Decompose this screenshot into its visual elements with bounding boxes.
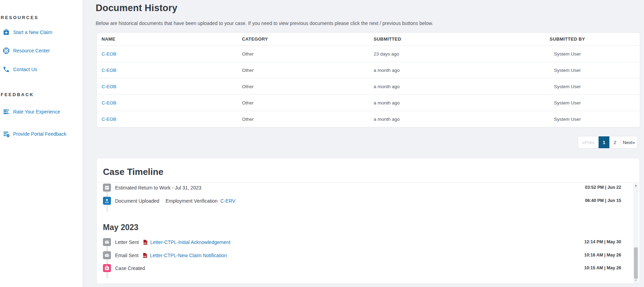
table-row: C-EOB Other a month ago System User <box>97 62 640 78</box>
document-history-table: NAME CATEGORY SUBMITTED SUBMITTED BY C-E… <box>96 32 640 127</box>
feedback-check-icon <box>3 130 10 137</box>
event-label: Document Uploaded <box>115 198 159 204</box>
pdf-file-icon[interactable]: PDF <box>143 239 148 245</box>
timeline-event-return-to-work: Estimated Return to Work - Jul 31, 2023 <box>103 184 201 192</box>
table-row: C-EOB Other a month ago System User <box>97 111 640 127</box>
page-1-button[interactable]: 1 <box>598 136 609 148</box>
submitted-cell: a month ago <box>369 68 501 73</box>
event-timestamp: 12:14 PM | May 30 <box>584 239 621 244</box>
envelope-icon <box>103 251 111 259</box>
sidebar-item-rate-your-experience[interactable]: Rate Your Experience <box>3 108 60 115</box>
submitted-cell: 23 days ago <box>369 51 501 57</box>
prev-page-button[interactable]: «Prev <box>578 136 598 148</box>
sidebar-item-label: Resource Center <box>13 48 50 53</box>
document-link[interactable]: C-ERV <box>220 198 235 204</box>
document-link[interactable]: Letter-CTPL-Initial Acknowledgement <box>150 239 230 245</box>
event-timestamp: 10:16 AM | May 26 <box>584 253 621 258</box>
event-timestamp: 10:15 AM | May 26 <box>584 265 621 270</box>
timeline-event-email-sent: Email Sent PDF Letter-CTPL-New Claim Not… <box>103 251 227 259</box>
sidebar-item-label: Contact Us <box>13 67 37 72</box>
envelope-icon <box>103 238 111 246</box>
submitted-by-cell: System User <box>501 84 640 89</box>
submitted-by-cell: System User <box>501 117 640 122</box>
table-row: C-EOB Other a month ago System User <box>97 94 640 111</box>
event-timestamp: 03:52 PM | Jun 22 <box>585 185 621 190</box>
submitted-by-cell: System User <box>501 51 640 57</box>
document-link[interactable]: C-EOB <box>102 51 116 57</box>
next-page-button[interactable]: Next» <box>620 136 637 148</box>
svg-text:PDF: PDF <box>143 256 146 258</box>
pdf-file-icon[interactable]: PDF <box>143 253 147 258</box>
sidebar-item-label: Start a New Claim <box>13 29 52 35</box>
submitted-by-cell: System User <box>501 100 640 105</box>
submitted-by-cell: System User <box>501 68 640 73</box>
timeline-event-letter-sent: Letter Sent PDF Letter-CTPL-Initial Ackn… <box>103 238 230 246</box>
document-link[interactable]: C-EOB <box>102 117 116 122</box>
sidebar-item-label: Rate Your Experience <box>13 109 60 115</box>
column-header-name: NAME <box>97 36 237 42</box>
event-label: Email Sent <box>115 253 139 258</box>
timeline-connector <box>107 259 107 264</box>
case-created-icon <box>103 264 111 272</box>
event-sublabel: Employment Verification <box>166 198 218 204</box>
document-link[interactable]: C-EOB <box>102 68 116 73</box>
sidebar-item-provide-portal-feedback[interactable]: Provide Portal Feedback <box>3 130 66 137</box>
sliders-icon <box>3 108 10 115</box>
category-cell: Other <box>237 100 369 105</box>
submitted-cell: a month ago <box>369 100 501 105</box>
event-timestamp: 06:40 PM | Jun 15 <box>585 198 621 203</box>
pagination: «Prev 1 2 Next» <box>578 136 638 149</box>
column-header-submitted-by: SUBMITTED BY <box>501 36 640 42</box>
scrollbar-thumb[interactable] <box>634 247 638 279</box>
page-title: Document History <box>96 3 177 14</box>
sidebar-section-resources: RESOURCES <box>1 15 38 20</box>
sidebar-item-start-new-claim[interactable]: Start a New Claim <box>3 29 52 36</box>
page-2-button[interactable]: 2 <box>609 136 620 148</box>
life-ring-icon <box>3 47 10 54</box>
sidebar-item-label: Provide Portal Feedback <box>13 131 66 137</box>
case-timeline-title: Case Timeline <box>103 167 163 177</box>
document-link[interactable]: C-EOB <box>102 84 116 89</box>
upload-icon <box>103 197 111 205</box>
timeline-connector <box>107 192 107 197</box>
timeline-scrollbar[interactable]: ▲ ▼ <box>633 182 638 284</box>
event-label: Letter Sent <box>115 239 139 245</box>
table-row: C-EOB Other a month ago System User <box>97 78 640 94</box>
scroll-down-icon[interactable]: ▼ <box>633 279 638 282</box>
svg-text:PDF: PDF <box>143 243 147 244</box>
calendar-icon <box>103 184 111 192</box>
category-cell: Other <box>237 117 369 122</box>
table-row: C-EOB Other 23 days ago System User <box>97 45 640 62</box>
category-cell: Other <box>237 68 369 73</box>
briefcase-plus-icon <box>3 29 10 36</box>
phone-icon <box>3 66 10 73</box>
sidebar-item-contact-us[interactable]: Contact Us <box>3 66 37 73</box>
timeline-connector <box>107 205 107 212</box>
sidebar: RESOURCES Start a New Claim Resource Cen… <box>0 0 83 287</box>
document-history-description: Below are historical documents that have… <box>96 20 433 26</box>
table-header-row: NAME CATEGORY SUBMITTED SUBMITTED BY <box>97 33 640 45</box>
event-label: Case Created <box>115 265 145 271</box>
document-link[interactable]: C-EOB <box>102 100 116 105</box>
timeline-connector <box>107 246 107 251</box>
document-link[interactable]: Letter-CTPL-New Claim Notification <box>150 253 227 258</box>
timeline-event-document-uploaded: Document Uploaded Employment Verificatio… <box>103 197 235 205</box>
case-timeline-card: Case Timeline Estimated Return to Work -… <box>96 158 640 284</box>
timeline-month-heading: May 2023 <box>103 223 138 232</box>
category-cell: Other <box>237 51 369 57</box>
column-header-submitted: SUBMITTED <box>369 36 501 42</box>
sidebar-item-resource-center[interactable]: Resource Center <box>3 47 50 54</box>
divider <box>97 182 639 183</box>
submitted-cell: a month ago <box>369 84 501 89</box>
timeline-event-case-created: Case Created <box>103 264 145 272</box>
sidebar-section-feedback: FEEDBACK <box>1 92 34 97</box>
category-cell: Other <box>237 84 369 89</box>
event-label: Estimated Return to Work - Jul 31, 2023 <box>115 185 201 191</box>
scroll-up-icon[interactable]: ▲ <box>633 184 638 187</box>
submitted-cell: a month ago <box>369 117 501 122</box>
timeline-connector <box>107 272 107 278</box>
column-header-category: CATEGORY <box>237 36 369 42</box>
